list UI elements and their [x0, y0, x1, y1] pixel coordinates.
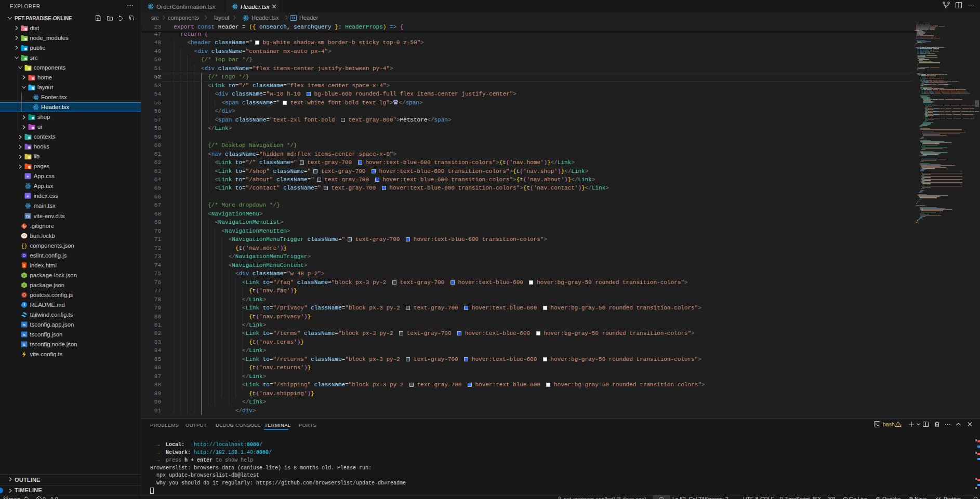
svg-text:ts: ts	[23, 323, 26, 327]
svg-text:{}: {}	[21, 243, 27, 249]
svg-text:TS: TS	[26, 214, 31, 218]
svg-text:!: !	[898, 423, 899, 427]
svg-text:js: js	[23, 284, 25, 287]
svg-text:ts: ts	[23, 343, 26, 346]
svg-text:5: 5	[23, 263, 25, 267]
svg-text:bash: bash	[883, 421, 895, 427]
svg-text:ts: ts	[23, 333, 26, 336]
svg-text:js: js	[23, 274, 25, 277]
